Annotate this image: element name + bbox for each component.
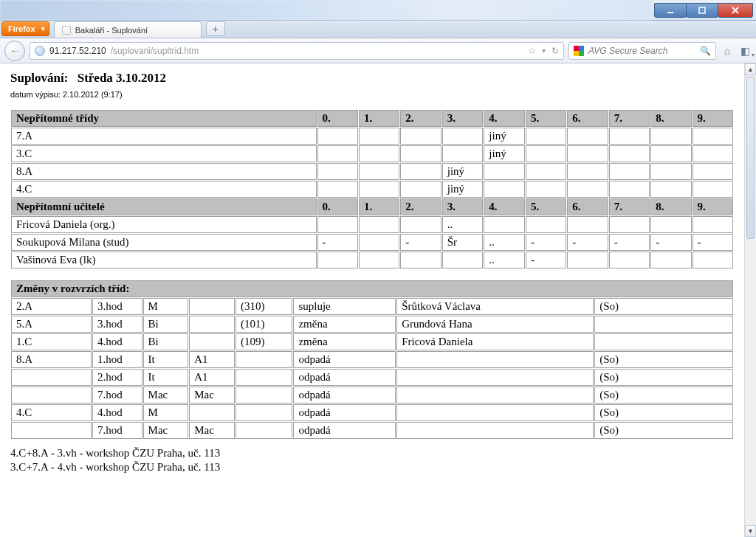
period-header: 0. (317, 110, 358, 127)
cell: 2.hod (92, 369, 142, 386)
cell (359, 145, 399, 162)
cell (11, 387, 92, 403)
firefox-menu-button[interactable]: Firefox (1, 21, 49, 36)
cell: supluje (293, 298, 396, 315)
cell: - (526, 252, 566, 268)
new-tab-button[interactable]: + (206, 21, 225, 36)
cell: 4.hod (92, 404, 142, 421)
table-row: 5.A3.hodBi(101)změnaGrundová Hana (11, 316, 733, 333)
period-header: 2. (400, 110, 441, 127)
cell (317, 216, 358, 233)
maximize-button[interactable] (686, 3, 718, 18)
row-label: Soukupová Milana (stud) (11, 234, 317, 251)
cell: 7.hod (92, 422, 142, 439)
cell: 1.hod (92, 351, 142, 368)
row-label: 7.A (11, 128, 317, 145)
scroll-down-button[interactable]: ▼ (745, 525, 756, 537)
cell (400, 216, 441, 233)
cell: 4.C (11, 404, 92, 421)
table-row: 8.Ajiný (11, 163, 733, 180)
cell (567, 163, 608, 180)
table-header: Nepřítomní učitelé (11, 198, 317, 215)
search-box[interactable]: AVG Secure Search 🔍 (568, 42, 716, 60)
tab-active[interactable]: Bakaláři - Suplování (54, 21, 202, 38)
cell: 7.hod (92, 387, 142, 403)
back-button[interactable]: ← (4, 41, 25, 61)
cell: 8.A (11, 351, 92, 368)
cell: Grundová Hana (396, 316, 594, 333)
page-title: Suplování: Středa 3.10.2012 (10, 71, 746, 86)
table-row: Soukupová Milana (stud)--Šr..----- (11, 234, 733, 251)
cell (396, 404, 594, 421)
reload-icon[interactable]: ↻ (551, 46, 559, 56)
cell: (So) (594, 404, 733, 421)
note-line: 3.C+7.A - 4.vh - workshop ČZU Praha, uč.… (10, 461, 746, 474)
svg-rect-1 (699, 7, 705, 13)
row-label: Fricová Daniela (org.) (11, 216, 317, 233)
dropdown-icon[interactable]: ▾ (542, 46, 546, 55)
cell (359, 181, 399, 198)
bookmarks-menu-icon[interactable]: ◧▾ (738, 45, 752, 57)
table-row: Fricová Daniela (org.).. (11, 216, 733, 233)
cell (317, 163, 358, 180)
cell (317, 145, 358, 162)
close-button[interactable] (718, 3, 753, 18)
cell: Mac (189, 422, 235, 439)
table-row: 7.hodMacMacodpadá(So) (11, 422, 733, 439)
cell (484, 181, 525, 198)
period-header: 7. (609, 198, 650, 215)
period-header: 4. (484, 198, 525, 215)
cell (359, 128, 399, 145)
period-header: 5. (526, 110, 566, 127)
search-go-icon[interactable]: 🔍 (700, 46, 711, 56)
cell: 4.hod (92, 333, 142, 350)
cell: jiný (484, 145, 525, 162)
address-bar[interactable]: 91.217.52.210/suplovani/supltrid.htm ☆ ▾… (30, 42, 564, 60)
cell (396, 351, 594, 368)
period-header: 1. (359, 110, 399, 127)
cell (359, 163, 399, 180)
scroll-thumb[interactable] (746, 77, 755, 239)
changes-header: Změny v rozvrzích tříd: (11, 280, 733, 297)
cell: A1 (189, 369, 235, 386)
cell (396, 369, 594, 386)
row-label: 3.C (11, 145, 317, 162)
cell (693, 128, 733, 145)
cell: odpadá (293, 387, 396, 403)
svg-rect-0 (667, 12, 673, 13)
cell (650, 163, 691, 180)
cell (442, 145, 484, 162)
cell (650, 181, 691, 198)
period-header: 0. (317, 198, 358, 215)
cell: Mac (143, 387, 189, 403)
page-viewport: Suplování: Středa 3.10.2012 datum výpisu… (0, 63, 756, 537)
period-header: 2. (400, 198, 441, 215)
cell (526, 181, 566, 198)
scroll-up-button[interactable]: ▲ (745, 63, 756, 75)
table-row: 1.C4.hodBi(109)změnaFricová Daniela (11, 333, 733, 350)
cell (650, 128, 691, 145)
cell: jiný (484, 128, 525, 145)
notes-block: 4.C+8.A - 3.vh - workshop ČZU Praha, uč.… (10, 447, 746, 474)
table-row: 2.hodItA1odpadá(So) (11, 369, 733, 386)
home-icon[interactable]: ⌂ (721, 45, 734, 57)
period-header: 6. (567, 198, 608, 215)
aero-glass (0, 0, 653, 20)
vertical-scrollbar[interactable]: ▲ ▼ (744, 63, 756, 537)
cell: odpadá (293, 351, 396, 368)
cell (650, 216, 691, 233)
cell: - (693, 234, 733, 251)
minimize-button[interactable] (654, 3, 687, 18)
row-label: 8.A (11, 163, 317, 180)
table-row: 7.hodMacMacodpadá(So) (11, 387, 733, 403)
avg-logo-icon (574, 46, 584, 56)
cell: jiný (442, 163, 484, 180)
cell: (So) (594, 387, 733, 403)
note-line: 4.C+8.A - 3.vh - workshop ČZU Praha, uč.… (10, 447, 746, 460)
bookmark-star-icon[interactable]: ☆ (528, 46, 536, 56)
page-content: Suplování: Středa 3.10.2012 datum výpisu… (0, 63, 756, 482)
cell (442, 252, 484, 268)
cell: .. (442, 216, 484, 233)
cell (526, 145, 566, 162)
search-placeholder: AVG Secure Search (588, 46, 667, 56)
